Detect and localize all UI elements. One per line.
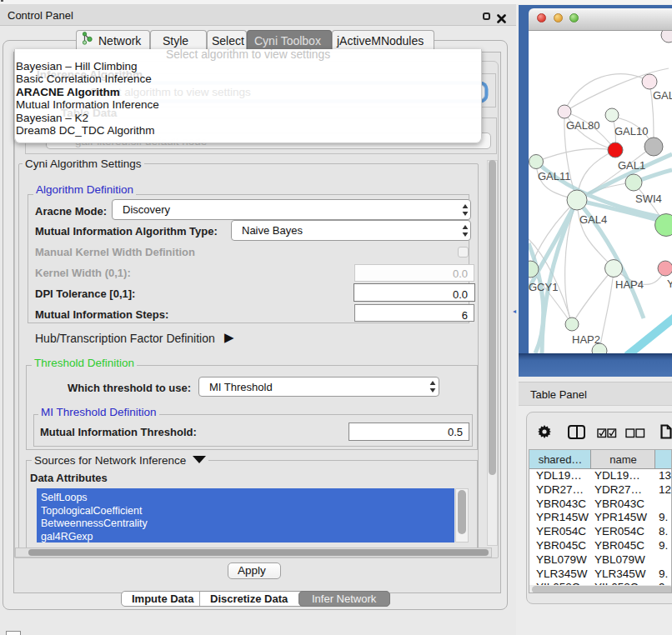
svg-text:GAL80: GAL80 xyxy=(566,119,599,132)
svg-text:GAL1: GAL1 xyxy=(618,159,645,172)
svg-text:GCY1: GCY1 xyxy=(529,281,558,293)
svg-text:Y: Y xyxy=(667,278,672,290)
svg-text:HAP2: HAP2 xyxy=(572,333,600,346)
svg-text:GAL11: GAL11 xyxy=(538,170,571,182)
svg-text:GAL7: GAL7 xyxy=(653,89,672,102)
svg-text:HAP4: HAP4 xyxy=(615,278,644,291)
svg-text:GAL4: GAL4 xyxy=(579,213,607,226)
svg-text:SWI4: SWI4 xyxy=(635,192,662,205)
svg-text:GAL10: GAL10 xyxy=(614,125,648,138)
